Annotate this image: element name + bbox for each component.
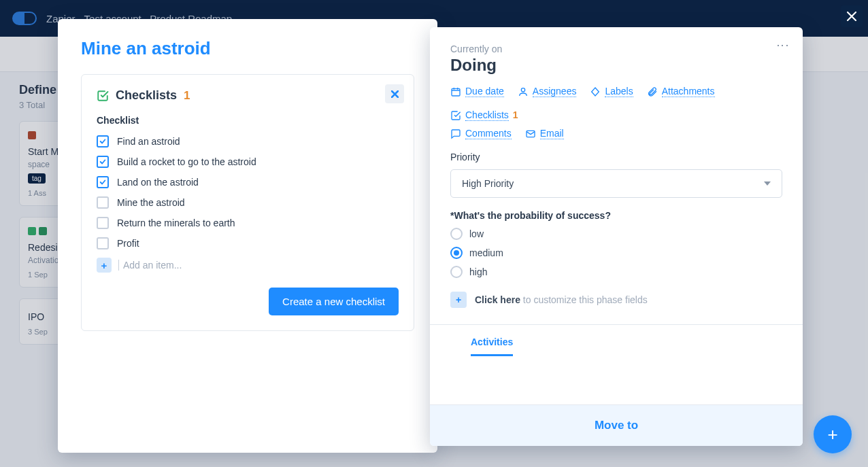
checklist-item: Return the minerals to earth: [97, 217, 399, 229]
checklist-item-label: Profit: [117, 238, 139, 249]
radio-label: medium: [469, 247, 503, 258]
svg-point-1: [521, 88, 524, 91]
checklist-item: Find an astroid: [97, 135, 399, 148]
email-link[interactable]: Email: [525, 128, 564, 139]
comments-link[interactable]: Comments: [450, 128, 512, 139]
label-icon: [590, 86, 601, 97]
checklist-title: Checklists: [116, 88, 177, 103]
probability-option-high[interactable]: high: [450, 266, 782, 278]
priority-value: High Priority: [462, 178, 514, 189]
close-modal-button[interactable]: [841, 5, 863, 27]
checklist-item: Build a rocket to go to the astroid: [97, 156, 399, 168]
radio-icon: [450, 228, 463, 240]
checklist-checkbox[interactable]: [97, 135, 109, 148]
due-date-link[interactable]: Due date: [450, 86, 504, 97]
radio-icon: [450, 247, 463, 259]
activities-tab[interactable]: Activities: [450, 325, 782, 356]
attachments-link[interactable]: Attachments: [647, 86, 715, 97]
checklist-panel: Mine an astroid Checklists 1 Checklist F…: [58, 19, 437, 453]
customize-fields-row[interactable]: + Click here to customize this phase fie…: [450, 292, 782, 308]
checklist-item: Mine the astroid: [97, 196, 399, 209]
card-title: Mine an astroid: [81, 38, 414, 59]
checklists-count-badge: 1: [513, 109, 518, 121]
checklist-item-label: Mine the astroid: [117, 197, 185, 208]
checklist-item-label: Find an astroid: [117, 136, 180, 147]
move-to-button[interactable]: Move to: [430, 404, 803, 446]
checklist-count: 1: [184, 89, 190, 103]
calendar-icon: [450, 86, 461, 97]
add-checklist-item: +: [97, 258, 399, 273]
close-icon: [391, 90, 399, 98]
checklist-item: Land on the astroid: [97, 176, 399, 188]
radio-label: low: [469, 228, 484, 239]
checklist-header: Checklists 1: [97, 88, 399, 103]
comment-icon: [450, 128, 461, 139]
probability-option-medium[interactable]: medium: [450, 247, 782, 259]
card-details-panel: ⋮ Currently on Doing Due date Assignees …: [430, 27, 803, 446]
probability-label: *What's the probability of success?: [450, 210, 782, 221]
checklist-name: Checklist: [97, 115, 399, 126]
checklist-box: Checklists 1 Checklist Find an astroidBu…: [81, 74, 414, 331]
card-meta-row-2: Comments Email: [450, 128, 782, 139]
checklists-link[interactable]: Checklists: [450, 109, 509, 121]
checklist-icon: [450, 110, 461, 121]
radio-label: high: [469, 266, 487, 277]
phase-name: Doing: [450, 56, 782, 75]
checklist-checkbox[interactable]: [97, 217, 109, 229]
add-item-input[interactable]: [118, 260, 322, 271]
add-item-button[interactable]: +: [97, 258, 112, 273]
checklist-icon: [97, 90, 109, 102]
chevron-down-icon: [764, 181, 771, 186]
card-meta-row: Due date Assignees Labels Attachments Ch…: [450, 86, 782, 121]
customize-rest-text: to customize this phase fields: [520, 294, 648, 305]
currently-on-label: Currently on: [450, 44, 782, 54]
checklist-item: Profit: [97, 237, 399, 249]
checklist-checkbox[interactable]: [97, 156, 109, 168]
probability-radio-group: lowmediumhigh: [450, 228, 782, 278]
svg-rect-0: [452, 88, 460, 96]
checklist-checkbox[interactable]: [97, 237, 109, 249]
assignees-link[interactable]: Assignees: [518, 86, 577, 97]
add-field-button[interactable]: +: [450, 292, 467, 308]
checklist-item-label: Return the minerals to earth: [117, 218, 235, 228]
radio-icon: [450, 266, 463, 278]
priority-label: Priority: [450, 152, 782, 162]
more-options-button[interactable]: ⋮: [775, 39, 790, 53]
labels-link[interactable]: Labels: [590, 86, 633, 97]
user-icon: [518, 86, 529, 97]
probability-option-low[interactable]: low: [450, 228, 782, 240]
checklist-item-label: Build a rocket to go to the astroid: [117, 156, 256, 167]
attachment-icon: [647, 86, 658, 97]
priority-select[interactable]: High Priority: [450, 169, 782, 198]
create-checklist-button[interactable]: Create a new checklist: [269, 288, 399, 315]
checklist-checkbox[interactable]: [97, 196, 109, 209]
close-icon: [847, 12, 856, 21]
checklist-checkbox[interactable]: [97, 176, 109, 188]
checklist-item-label: Land on the astroid: [117, 177, 199, 188]
close-checklist-button[interactable]: [385, 84, 404, 103]
email-icon: [525, 128, 536, 139]
fab-add-button[interactable]: +: [814, 415, 852, 453]
click-here-text: Click here: [475, 294, 520, 305]
